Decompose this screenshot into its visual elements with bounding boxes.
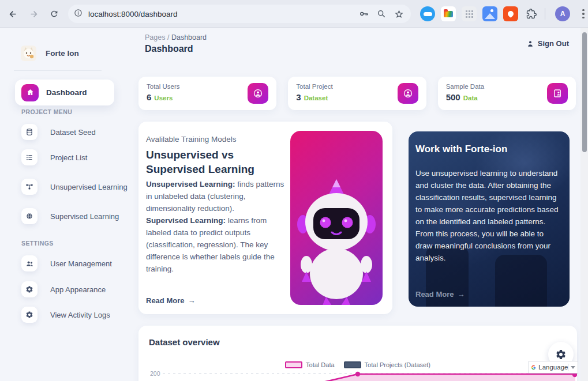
sidebar-item-label: Dashboard: [46, 88, 87, 97]
extension-folder-icon[interactable]: [441, 6, 456, 21]
home-icon: [21, 84, 39, 101]
stat-unit: Dataset: [304, 95, 328, 101]
browser-menu-icon[interactable]: [579, 7, 587, 21]
sidebar-item-label: Project List: [50, 153, 87, 162]
sidebar-item-dashboard[interactable]: Dashboard: [15, 80, 114, 105]
sidebar-item-user-management[interactable]: User Management: [21, 255, 112, 271]
password-key-icon[interactable]: [358, 7, 370, 20]
profile-avatar[interactable]: A: [555, 6, 570, 21]
back-icon[interactable]: [6, 7, 20, 21]
arrow-right-icon: →: [457, 290, 465, 299]
card-body: Unsupervised Learning: finds patterns in…: [146, 178, 286, 275]
sidebar-item-label: Unsupervised Learning: [50, 183, 128, 191]
legend-item-total-projects[interactable]: Total Projects (Dataset): [344, 361, 430, 368]
scrollbar-thumb[interactable]: [582, 32, 587, 152]
google-g-icon: [531, 364, 535, 371]
training-models-card: Avalilable Training Models Unsupervised …: [138, 122, 392, 314]
stat-card-total-project: Total Project 3 Dataset: [288, 77, 426, 110]
stats-row: Total Users 6 Users Total Project 3 Data…: [138, 77, 576, 110]
promo-title: Work with Forte-ion: [415, 144, 507, 155]
database-icon: [21, 124, 38, 140]
legend-label: Total Data: [306, 361, 335, 368]
sidebar-item-label: Supervised Learning: [50, 212, 119, 221]
zoom-icon[interactable]: [375, 7, 388, 20]
stat-value: 3: [296, 92, 301, 102]
info-icon[interactable]: [74, 9, 83, 20]
breadcrumb-current: Dashboard: [171, 33, 207, 42]
gear-icon: [21, 281, 38, 297]
read-more-link[interactable]: Read More →: [146, 296, 195, 305]
bookmark-star-icon[interactable]: [392, 7, 405, 20]
sidebar-item-view-activity-logs[interactable]: View Activity Logs: [21, 307, 110, 323]
read-more-label: Read More: [146, 296, 184, 305]
stat-unit: Data: [463, 95, 478, 101]
main-content: Pages / Dashboard Dashboard Sign Out Tot…: [138, 28, 576, 381]
reload-icon[interactable]: [47, 7, 61, 21]
sidebar-item-dataset-seed[interactable]: Dataset Seed: [21, 124, 96, 140]
url-text[interactable]: localhost:8000/dashboard: [88, 10, 353, 18]
sidebar-item-label: View Activity Logs: [50, 311, 110, 319]
promo-card: Work with Forte-ion Use unsupervised lea…: [409, 131, 570, 307]
section-label-project-menu: PROJECT MENU: [21, 108, 72, 115]
sign-out-label: Sign Out: [538, 39, 569, 48]
browser-toolbar: localhost:8000/dashboard A: [0, 0, 588, 28]
stat-card-total-users: Total Users 6 Users: [138, 77, 276, 110]
arrow-right-icon: →: [188, 296, 195, 305]
page-title: Dashboard: [145, 44, 193, 54]
forward-icon[interactable]: [27, 7, 40, 21]
card-title: Unsupervised vs Supervised Learning: [146, 148, 282, 176]
legend-item-total-data[interactable]: Total Data: [285, 361, 335, 368]
term-unsupervised: Unsupervised Learning:: [146, 180, 235, 188]
chart-title: Dataset overview: [149, 337, 220, 347]
section-label-settings: SETTINGS: [21, 240, 54, 247]
breadcrumb-root[interactable]: Pages: [145, 33, 165, 42]
brand[interactable]: Forte Ion: [21, 46, 79, 61]
contact-card-icon: [547, 83, 568, 104]
sign-out-button[interactable]: Sign Out: [526, 39, 569, 48]
sidebar-item-label: App Appearance: [50, 285, 106, 294]
network-icon: [21, 179, 38, 195]
dataset-overview-card: 200 Dataset overview Total Data Total Pr…: [138, 326, 577, 381]
stat-card-sample-data: Sample Data 500 Data: [438, 77, 576, 110]
brand-logo-icon: [21, 46, 36, 61]
robot-illustration: [290, 131, 383, 305]
gear-icon: [21, 307, 38, 323]
legend-swatch-navy: [344, 361, 361, 368]
toolbar-divider: [545, 8, 545, 20]
stat-unit: Users: [154, 95, 173, 101]
list-icon: [21, 149, 38, 165]
address-bar[interactable]: localhost:8000/dashboard: [68, 5, 411, 23]
term-supervised: Supervised Learning:: [146, 216, 226, 225]
sidebar-item-label: User Management: [50, 259, 112, 268]
legend-swatch-pink: [285, 361, 302, 368]
stat-value: 500: [446, 92, 460, 102]
legend-label: Total Projects (Dataset): [365, 361, 430, 368]
google-translate-widget[interactable]: Language: [529, 361, 578, 374]
breadcrumb: Pages / Dashboard: [145, 33, 207, 42]
extension-photo-icon[interactable]: [482, 6, 497, 21]
extension-grid-icon[interactable]: [462, 6, 477, 21]
extension-mask-icon[interactable]: [420, 6, 435, 21]
gear-icon: [555, 349, 567, 360]
chart-legend: Total Data Total Projects (Dataset): [138, 361, 577, 368]
sidebar-item-label: Dataset Seed: [50, 128, 96, 137]
dataset-chart: 200: [138, 326, 577, 381]
sidebar-item-project-list[interactable]: Project List: [21, 149, 87, 165]
translate-divider: [568, 364, 568, 371]
sidebar: Forte Ion Dashboard PROJECT MENU Dataset…: [0, 28, 132, 381]
stat-value: 6: [147, 92, 151, 102]
sidebar-item-unsupervised-learning[interactable]: Unsupervised Learning: [21, 179, 128, 195]
sidebar-item-supervised-learning[interactable]: Supervised Learning: [21, 208, 119, 224]
app-viewport: Forte Ion Dashboard PROJECT MENU Dataset…: [0, 28, 588, 381]
breadcrumb-separator: /: [167, 33, 169, 42]
sidebar-item-app-appearance[interactable]: App Appearance: [21, 281, 106, 297]
user-circle-icon: [398, 83, 418, 104]
user-circle-icon: [248, 83, 268, 104]
promo-read-more-link[interactable]: Read More →: [415, 290, 465, 299]
read-more-label: Read More: [415, 290, 454, 299]
users-icon: [21, 255, 38, 271]
extensions-puzzle-icon[interactable]: [524, 6, 539, 21]
y-axis-tick-200: 200: [150, 370, 160, 377]
caret-down-icon[interactable]: [571, 366, 575, 369]
extension-leaf-icon[interactable]: [503, 6, 518, 21]
